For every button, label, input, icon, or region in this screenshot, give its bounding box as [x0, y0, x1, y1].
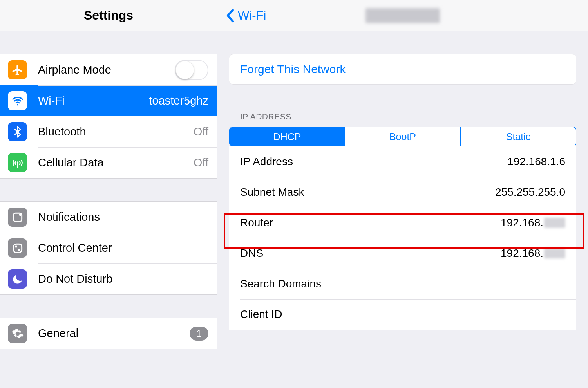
segment-static[interactable]: Static: [460, 127, 576, 146]
subnet-mask-value: 255.255.255.0: [495, 186, 565, 199]
wifi-icon: [8, 91, 27, 110]
svg-point-0: [16, 104, 18, 105]
detail-pane: Wi-Fi Forget This Network IP ADDRESS DHC…: [217, 0, 588, 388]
cellular-value: Off: [194, 156, 208, 169]
ip-address-label: IP Address: [240, 155, 507, 168]
settings-sidebar: Settings Airplane Mode Wi-Fi toaster5ghz…: [0, 0, 217, 388]
back-label: Wi-Fi: [238, 9, 266, 23]
svg-point-6: [18, 249, 20, 251]
row-ip-address[interactable]: IP Address 192.168.1.6: [229, 146, 576, 177]
back-button[interactable]: Wi-Fi: [225, 9, 266, 23]
dns-label: DNS: [240, 247, 501, 260]
sidebar-item-general[interactable]: General 1: [0, 318, 217, 349]
detail-header: Wi-Fi: [217, 0, 588, 31]
general-label: General: [38, 327, 190, 340]
router-label: Router: [240, 217, 501, 229]
row-client-id[interactable]: Client ID: [229, 299, 576, 330]
control-center-label: Control Center: [38, 242, 208, 254]
chevron-left-icon: [225, 9, 235, 23]
segment-bootp[interactable]: BootP: [345, 127, 460, 146]
search-domains-label: Search Domains: [240, 278, 565, 290]
client-id-label: Client ID: [240, 308, 565, 321]
sidebar-item-airplane-mode[interactable]: Airplane Mode: [0, 54, 217, 85]
row-router[interactable]: Router 192.168.: [229, 208, 576, 238]
wifi-label: Wi-Fi: [38, 94, 149, 107]
sidebar-item-bluetooth[interactable]: Bluetooth Off: [0, 116, 217, 147]
sidebar-group-general: General 1: [0, 318, 217, 349]
sidebar-item-control-center[interactable]: Control Center: [0, 233, 217, 263]
notifications-label: Notifications: [38, 211, 208, 224]
subnet-mask-label: Subnet Mask: [240, 186, 495, 199]
row-dns[interactable]: DNS 192.168.: [229, 238, 576, 269]
airplane-mode-toggle[interactable]: [175, 60, 208, 80]
dns-value-text: 192.168.: [501, 247, 543, 259]
sidebar-item-do-not-disturb[interactable]: Do Not Disturb: [0, 263, 217, 294]
ip-address-section-label: IP ADDRESS: [240, 112, 576, 121]
sidebar-group-connectivity: Airplane Mode Wi-Fi toaster5ghz Bluetoot…: [0, 54, 217, 179]
notifications-icon: [8, 208, 27, 227]
airplane-mode-label: Airplane Mode: [38, 63, 175, 76]
detail-body: Forget This Network IP ADDRESS DHCP Boot…: [217, 31, 588, 330]
moon-icon: [8, 269, 27, 289]
sidebar-item-notifications[interactable]: Notifications: [0, 202, 217, 233]
sidebar-item-cellular[interactable]: Cellular Data Off: [0, 147, 217, 178]
sidebar-group-system: Notifications Control Center Do Not Dist…: [0, 201, 217, 295]
router-value: 192.168.: [501, 217, 565, 229]
control-center-icon: [8, 238, 27, 258]
gear-icon: [8, 324, 27, 343]
svg-point-3: [19, 213, 21, 216]
bluetooth-value: Off: [194, 125, 208, 138]
row-subnet-mask[interactable]: Subnet Mask 255.255.255.0: [229, 177, 576, 208]
airplane-icon: [8, 60, 27, 79]
ip-address-value: 192.168.1.6: [507, 155, 565, 168]
svg-rect-4: [13, 244, 22, 252]
dns-value-blurred: [544, 248, 565, 258]
dnd-label: Do Not Disturb: [38, 273, 208, 285]
segment-dhcp[interactable]: DHCP: [230, 127, 345, 146]
bluetooth-icon: [8, 122, 27, 141]
router-value-blurred: [544, 218, 565, 228]
wifi-value: toaster5ghz: [149, 94, 208, 107]
cellular-icon: [8, 153, 27, 172]
forget-network-button[interactable]: Forget This Network: [229, 54, 576, 85]
cellular-label: Cellular Data: [38, 156, 194, 169]
bluetooth-label: Bluetooth: [38, 125, 194, 138]
ip-mode-segmented: DHCP BootP Static: [229, 127, 576, 146]
sidebar-item-wifi[interactable]: Wi-Fi toaster5ghz: [0, 85, 217, 116]
svg-point-5: [15, 245, 17, 247]
dns-value: 192.168.: [501, 247, 565, 260]
router-value-text: 192.168.: [501, 217, 543, 229]
sidebar-title: Settings: [0, 0, 217, 31]
row-search-domains[interactable]: Search Domains: [229, 269, 576, 299]
ip-details-group: IP Address 192.168.1.6 Subnet Mask 255.2…: [229, 146, 576, 330]
network-name-blurred: [365, 8, 440, 23]
general-badge: 1: [190, 327, 208, 341]
